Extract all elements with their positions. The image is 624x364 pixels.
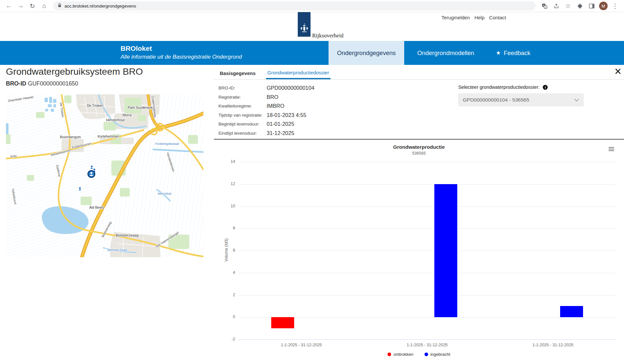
rijksoverheid-crest-icon [299,22,309,37]
bar-ingebracht[interactable] [560,306,583,317]
bar-onttrokken[interactable] [271,317,294,328]
extensions-puzzle-icon[interactable] [574,1,585,11]
field-row: Eindtijd levensduur: 31-12-2025 [218,129,314,138]
close-icon[interactable]: × [615,65,621,78]
info-icon[interactable]: i [543,85,548,90]
nav-tab-feedback-label: Feedback [504,49,530,57]
lock-icon [58,3,62,9]
tab-basisgegevens[interactable]: Basisgegevens [218,67,257,79]
x-category-label: 1-1-2025 - 31-12-2025 [378,343,476,347]
gridline [238,162,616,162]
map-label: De Trisken [87,104,103,107]
grondwaterproductie-chart: Grondwaterproductie 536565 Volume (M3) 1… [214,144,624,360]
bro-id-line: BRO-ID GUF000000001650 [6,80,78,87]
header-links: Terugmelden Help Contact [442,15,506,20]
nav-tab-ondergrondgegevens[interactable]: Ondergrondgegevens [329,41,404,65]
reload-icon[interactable]: ↻ [27,1,38,11]
main-content: Grondwatergebruiksysteem BRO BRO-ID GUF0… [0,65,624,364]
chart-menu-icon[interactable] [609,146,614,152]
legend-item-onttrokken[interactable]: onttrokken [388,352,413,357]
legend-label: onttrokken [393,352,413,357]
gridline [238,339,616,340]
map-label: Kortehemmen [98,134,119,138]
field-row: Tijdstip van registratie: 18-01-2023 4:5… [218,111,314,120]
gridline [238,273,616,273]
nav-tab-feedback[interactable]: ★ Feedback [487,41,539,65]
link-help[interactable]: Help [474,15,484,20]
sidepanel-icon[interactable] [586,1,597,11]
field-row: Registratie: BRO [218,93,314,102]
site-header: Terugmelden Help Contact Rijksoverheid [0,12,624,41]
map-label: Beetsterzwaag [116,233,139,237]
map-label: Boornbergum [60,135,81,139]
link-contact[interactable]: Contact [489,15,506,20]
brand-tagline: Alle informatie uit de Basisregistratie … [121,54,242,60]
broloket-brand[interactable]: BROloket Alle informatie uit de Basisreg… [121,45,242,60]
bookmark-star-icon[interactable]: ☆ [562,1,574,11]
y-tick-label: 4 [222,270,235,275]
gridline [238,184,616,184]
map-label: Himsterhout [106,118,125,122]
map-label: Ald Beets [89,205,104,209]
gridline [238,251,616,251]
bar-ingebracht[interactable] [434,184,457,317]
field-row: Kwaliteitsregime: IMBRO [218,102,314,111]
home-icon[interactable]: ⌂ [39,1,50,11]
y-tick-label: -2 [222,337,235,341]
forward-icon[interactable]: → [15,1,26,11]
map-canvas[interactable]: Drachtster HeaweiDe TriskenDe TriskenPar… [6,94,203,257]
map-label: Beetster Feart [107,248,127,252]
link-terugmelden[interactable]: Terugmelden [442,15,470,20]
cluster-marker[interactable] [88,171,95,178]
bro-id-value: GUF000000001650 [28,80,78,87]
chevron-down-icon [574,99,579,102]
map-label: Forbiningskanaal [155,142,179,145]
location-map[interactable]: Drachtster HeaweiDe TriskenDe TriskenPar… [6,94,203,257]
rijksoverheid-logo-text: Rijksoverheid [312,32,343,39]
svg-text:a: a [545,6,546,8]
dossier-select[interactable]: GPD000000000104 - 536565 [458,93,584,106]
brand-title: BROloket [121,45,242,52]
back-icon[interactable]: ← [3,1,14,11]
chart-title: Grondwaterproductie [214,144,624,150]
chart-legend: onttrokkeningebracht [214,352,624,357]
gridline [238,228,616,229]
panel-tabs: Basisgegevens Grondwaterproductiedossier [214,67,624,80]
browser-toolbar: ← → ↻ ⌂ acc.broloket.nl/ondergrondgegeve… [0,0,624,12]
y-tick-label: 14 [222,159,235,164]
profile-avatar[interactable]: M [599,2,608,10]
nav-tab-ondergrondmodellen[interactable]: Ondergrondmodellen [409,41,483,65]
map-label: Morra [123,113,132,117]
rijksoverheid-logo[interactable] [298,12,311,37]
field-row: Begintijd levensduur: 01-01-2025 [218,120,314,129]
legend-marker-icon [388,353,391,356]
y-tick-label: 10 [222,204,235,208]
feedback-star-icon: ★ [496,49,501,56]
translate-icon[interactable]: Aa [539,1,550,11]
share-icon[interactable] [551,1,562,11]
y-tick-label: 8 [222,226,235,230]
y-tick-label: 2 [222,293,235,297]
browser-menu-icon[interactable]: ⋮ [610,1,621,11]
basis-fields: BRO-ID: GPD000000000104 Registratie: BRO… [218,84,314,138]
map-label: Krite [10,154,17,158]
map-label: Mearsleat [158,192,171,195]
chart-subtitle: 536565 [214,151,624,156]
dossier-select-value: GPD000000000104 - 536565 [463,97,529,103]
y-tick-label: 0 [222,315,235,319]
detail-panel: Basisgegevens Grondwaterproductiedossier… [214,65,624,364]
map-label: Park Suyderwyk [128,105,153,109]
gridline [238,206,616,207]
y-tick-label: 12 [222,182,235,186]
url-text: acc.broloket.nl/ondergrondgegevens [65,4,136,9]
broloket-app: ← → ↻ ⌂ acc.broloket.nl/ondergrondgegeve… [0,0,624,364]
field-row: BRO-ID: GPD000000000104 [218,84,314,93]
tab-grondwaterproductiedossier[interactable]: Grondwaterproductiedossier [266,67,330,79]
legend-item-ingebracht[interactable]: ingebracht [425,352,450,357]
y-tick-label: 6 [222,248,235,253]
address-bar[interactable]: acc.broloket.nl/ondergrondgegevens [53,1,536,10]
gridline [238,317,616,317]
legend-label: ingebracht [430,352,450,357]
selector-label: Selecteer grondwaterproductiedossier: [458,85,539,90]
nav-tabs: Ondergrondgegevens Ondergrondmodellen ★ … [329,41,539,65]
